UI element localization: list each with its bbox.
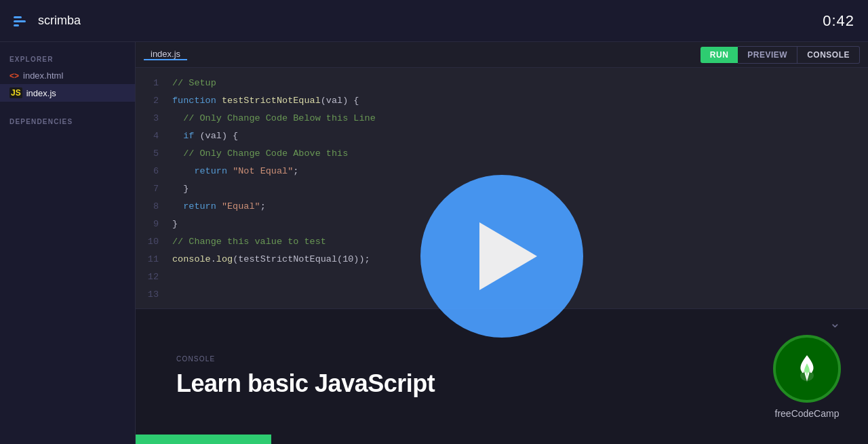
sidebar: EXPLORER <> index.html JS index.js DEPEN… [0,42,136,444]
freecodecamp-logo-area: freeCodeCamp [773,335,841,419]
chevron-down-icon[interactable]: ⌄ [829,315,841,331]
green-status-bar [136,435,271,444]
explorer-label: EXPLORER [0,50,135,67]
video-title: Learn basic JavaScript [176,369,435,398]
js-filename: index.js [26,88,56,98]
code-tabs: index.js RUN PREVIEW CONSOLE [136,42,868,68]
html-filename: index.html [23,70,63,81]
html-file-icon: <> [9,71,19,81]
sidebar-file-html[interactable]: <> index.html [0,67,135,84]
top-header: scrimba 0:42 [0,0,868,42]
run-button[interactable]: RUN [701,47,738,63]
sidebar-file-js[interactable]: JS index.js [0,84,135,102]
preview-button[interactable]: PREVIEW [738,46,797,64]
code-area: index.js RUN PREVIEW CONSOLE 1 2 3 4 5 6… [136,42,868,444]
toolbar-buttons: RUN PREVIEW CONSOLE [701,46,860,64]
fcc-flame-icon [788,350,826,388]
fcc-label: freeCodeCamp [775,408,840,419]
svg-rect-1 [14,20,26,22]
fcc-circle-logo [773,335,841,403]
console-button[interactable]: CONSOLE [797,46,860,64]
logo: scrimba [14,14,81,28]
play-triangle-icon [479,222,537,290]
js-file-icon: JS [9,87,22,98]
timer: 0:42 [823,12,854,30]
logo-icon [14,14,33,28]
play-button[interactable] [420,175,583,338]
main-layout: EXPLORER <> index.html JS index.js DEPEN… [0,42,868,444]
dependencies-label: DEPENDENCIES [0,113,135,129]
logo-text: scrimba [38,14,81,28]
tab-index-js[interactable]: index.js [144,49,187,60]
svg-rect-0 [14,16,22,18]
svg-rect-2 [14,24,19,26]
console-bottom-label: CONSOLE [176,355,435,363]
